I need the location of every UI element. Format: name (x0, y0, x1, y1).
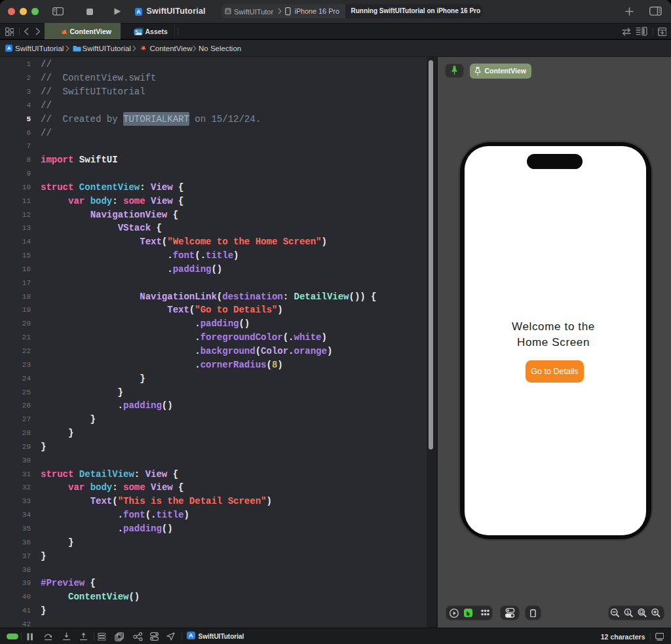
svg-text:1: 1 (626, 609, 629, 614)
